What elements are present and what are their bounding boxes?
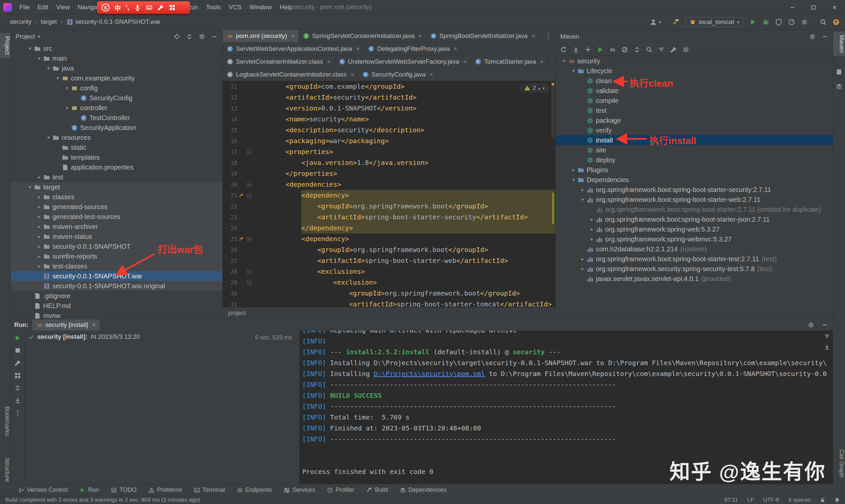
chevron-right-icon[interactable]: ▸	[35, 234, 43, 239]
menu-window[interactable]: Window	[246, 2, 275, 13]
execute-maven-goal-button[interactable]	[609, 46, 616, 53]
chevron-right-icon[interactable]: ▸	[35, 214, 43, 220]
line-separator[interactable]: LF	[747, 497, 754, 503]
updates-icon[interactable]	[832, 18, 840, 26]
chevron-down-icon[interactable]: ▾	[44, 65, 52, 71]
chevron-down-icon[interactable]: ▾	[570, 68, 577, 74]
tool-window-button-todo[interactable]: TODO	[111, 487, 137, 493]
run-button[interactable]	[749, 18, 757, 26]
maven-tree-item[interactable]: ▸org.springframework.boot:spring-boot-st…	[556, 254, 833, 264]
mic-icon[interactable]	[134, 4, 141, 11]
hide-panel-button[interactable]	[211, 33, 218, 40]
database-icon[interactable]	[836, 69, 842, 75]
code-line[interactable]: 22 <groupId>org.springframework.boot</gr…	[223, 201, 555, 212]
editor-tab[interactable]: UndertowServletWebServerFactory.java×	[335, 55, 471, 68]
layers-icon[interactable]	[836, 83, 842, 90]
code-line[interactable]: 26 <groupId>org.springframework.boot</gr…	[223, 245, 555, 255]
build-project-button[interactable]	[672, 18, 680, 26]
fold-marker-icon[interactable]	[247, 150, 251, 154]
file-encoding[interactable]: UTF-8	[763, 497, 779, 503]
project-tree-item[interactable]: security-0.0.1-SNAPSHOT.war	[11, 271, 222, 281]
breadcrumb-item[interactable]: project	[228, 310, 246, 317]
maven-tree-item[interactable]: package	[556, 115, 833, 125]
inspections-widget[interactable]: 2 ▴ ▾	[521, 84, 548, 92]
fold-marker-icon[interactable]	[247, 183, 251, 187]
code-line[interactable]: 12 <artifactId>security</artifactId>	[223, 92, 555, 103]
maven-tree-item[interactable]: test	[556, 106, 833, 115]
tool-window-button-services[interactable]: Services	[284, 487, 315, 493]
project-tree-item[interactable]: ▾resources	[11, 132, 222, 143]
project-tree-item[interactable]: ▾com.example.security	[11, 73, 222, 83]
chevron-down-icon[interactable]: ▾	[44, 134, 52, 141]
collapse-output-button[interactable]	[14, 384, 21, 392]
project-tree-item[interactable]: HELP.md	[11, 301, 222, 311]
code-line[interactable]: 25 <dependency>	[223, 234, 555, 245]
options-button[interactable]	[682, 46, 689, 53]
project-tree-item[interactable]: ▸generated-sources	[11, 202, 222, 212]
tool-window-button-problems[interactable]: Problems	[148, 487, 182, 493]
console-settings-icon[interactable]	[824, 333, 830, 339]
project-tree-item[interactable]: security-0.0.1-SNAPSHOT.war.original	[11, 281, 222, 291]
fold-region[interactable]	[246, 150, 252, 154]
chevron-right-icon[interactable]: ▸	[35, 194, 43, 200]
chevron-right-icon[interactable]: ▸	[588, 226, 596, 232]
close-tab-icon[interactable]: ×	[356, 46, 360, 52]
tool-window-button-build[interactable]: Build	[366, 487, 388, 493]
scroll-to-end-icon[interactable]	[824, 344, 830, 350]
menu-file[interactable]: File	[16, 2, 33, 13]
maven-tree-item[interactable]: ▾org.springframework.boot:spring-boot-st…	[556, 195, 833, 204]
code-line[interactable]: 29 <exclusion>	[223, 277, 555, 288]
hide-panel-button[interactable]	[822, 33, 828, 40]
maven-tree-item[interactable]: ▸org.springframework:spring-web:5.3.27	[556, 224, 833, 234]
chevron-down-icon[interactable]: ▾	[26, 184, 34, 190]
code-line[interactable]: 15 <description>security</description>	[223, 125, 555, 136]
close-tab-icon[interactable]: ×	[351, 71, 354, 78]
editor-tab[interactable]: ServletWebServerApplicationContext.java×	[223, 42, 364, 55]
ime-punct-toggle[interactable]: ’,	[126, 4, 129, 11]
user-button[interactable]: ▾	[650, 18, 661, 26]
code-line[interactable]: 24 </dependency>	[223, 223, 555, 234]
maven-tree-item[interactable]: ▾security	[556, 56, 833, 66]
minimize-button[interactable]	[781, 0, 803, 15]
fold-region[interactable]	[246, 281, 252, 285]
close-tab-icon[interactable]: ×	[430, 71, 433, 78]
download-sources-button[interactable]	[573, 46, 579, 53]
project-tree-item[interactable]: ▾target	[11, 182, 222, 192]
chevron-right-icon[interactable]: ▸	[35, 253, 43, 259]
lock-icon[interactable]	[820, 498, 825, 503]
editor-tab[interactable]: ServletContainerInitializer.class×	[223, 55, 335, 68]
search-everywhere-button[interactable]	[820, 18, 827, 26]
run-maven-build-button[interactable]	[597, 46, 604, 53]
chevron-down-icon[interactable]: ▾	[570, 177, 577, 183]
reload-maven-projects-button[interactable]	[560, 46, 567, 53]
close-tab-icon[interactable]: ×	[327, 58, 330, 65]
debug-button[interactable]	[762, 18, 770, 26]
tool-window-button-endpoints[interactable]: Endpoints	[237, 487, 272, 493]
run-settings-button[interactable]	[14, 360, 21, 366]
keyboard-icon[interactable]	[146, 4, 152, 11]
editor-tab[interactable]: SpringServletContainerInitializer.java×	[299, 30, 426, 42]
toggle-skip-tests-button[interactable]	[621, 46, 628, 53]
chevron-right-icon[interactable]: ▸	[579, 187, 587, 193]
close-tab-icon[interactable]: ×	[454, 46, 457, 52]
project-tree-item[interactable]: ▾main	[11, 53, 222, 63]
breadcrumb-item[interactable]: security-0.0.1-SNAPSHOT.war	[66, 18, 161, 26]
tool-window-button-version-control[interactable]: Version Control	[18, 487, 68, 493]
project-tree-item[interactable]: ▾java	[11, 63, 222, 73]
grid-icon[interactable]	[169, 4, 176, 11]
project-tree-item[interactable]: SecurityConfig	[11, 93, 222, 103]
project-tree-item[interactable]: static	[11, 143, 222, 152]
editor-scrollbar[interactable]	[551, 81, 555, 307]
bell-icon[interactable]	[834, 498, 840, 503]
code-line[interactable]: 23 <artifactId>spring-boot-starter-secur…	[223, 212, 555, 223]
chevron-down-icon[interactable]: ▾	[63, 85, 71, 91]
ime-logo-icon[interactable]: S	[102, 4, 110, 12]
chevron-down-icon[interactable]: ▾	[579, 197, 587, 202]
fold-marker-icon[interactable]	[247, 194, 251, 198]
collapse-all-button[interactable]	[633, 46, 641, 53]
project-tree-item[interactable]: mvnw	[11, 311, 222, 319]
code-line[interactable]: 20 <dependencies>	[223, 179, 555, 190]
search-goal-button[interactable]	[646, 46, 653, 53]
maven-tree-item[interactable]: org.springframework.boot:spring-boot-sta…	[556, 204, 833, 214]
tool-window-button-run[interactable]: Run	[79, 487, 99, 493]
